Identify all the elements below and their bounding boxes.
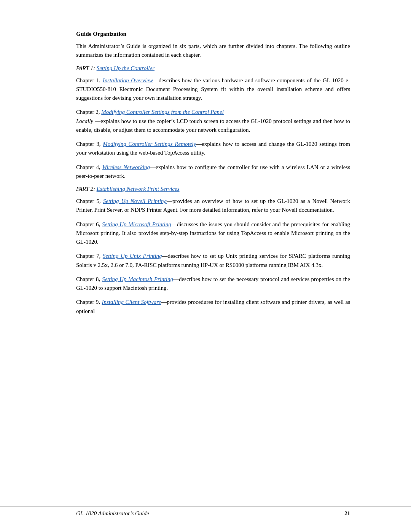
chapter8-paragraph: Chapter 8, Setting Up Macintosh Printing… — [76, 275, 350, 293]
part1-label: PART 1: — [76, 65, 97, 71]
chapter5-paragraph: Chapter 5, Setting Up Novell Printing—pr… — [76, 197, 350, 215]
footer-title: GL-1020 Administrator’s Guide — [76, 510, 149, 517]
part1-heading: PART 1: Setting Up the Controller — [76, 65, 350, 72]
chapter1-prefix: Chapter 1, — [76, 77, 103, 83]
chapter7-link[interactable]: Setting Up Unix Printing — [103, 253, 162, 259]
chapter4-prefix: Chapter 4, — [76, 164, 102, 170]
footer-page-number: 21 — [344, 510, 350, 517]
chapter2-link[interactable]: Modifying Controller Settings from the C… — [101, 109, 224, 115]
chapter3-paragraph: Chapter 3, Modifying Controller Settings… — [76, 140, 350, 158]
chapter8-link[interactable]: Setting Up Macintosh Printing — [102, 276, 173, 282]
part1-link[interactable]: Setting Up the Controller — [97, 65, 155, 71]
chapter1-link[interactable]: Installation Overview — [103, 77, 153, 83]
chapter6-prefix: Chapter 6, — [76, 221, 102, 227]
chapter7-prefix: Chapter 7, — [76, 253, 103, 259]
chapter5-prefix: Chapter 5, — [76, 198, 103, 204]
section-heading: Guide Organization — [76, 30, 350, 37]
chapter5-link[interactable]: Setting Up Novell Printing — [103, 198, 167, 204]
chapter2-text: —explains how to use the copier’s LCD to… — [76, 118, 350, 133]
chapter3-link[interactable]: Modifying Controller Settings Remotely — [103, 141, 196, 147]
chapter2-italic: Locally — [76, 118, 93, 124]
page-footer: GL-1020 Administrator’s Guide 21 — [0, 506, 411, 517]
part2-link[interactable]: Establishing Network Print Services — [97, 186, 180, 192]
chapter9-paragraph: Chapter 9, Installing Client Software—pr… — [76, 298, 350, 316]
page: Guide Organization This Administrator’s … — [0, 0, 411, 532]
chapter6-link[interactable]: Setting Up Microsoft Printing — [102, 221, 171, 227]
chapter4-link[interactable]: Wireless Networking — [102, 164, 150, 170]
part2-label: PART 2: — [76, 186, 97, 192]
chapter4-paragraph: Chapter 4, Wireless Networking—explains … — [76, 163, 350, 181]
chapter8-prefix: Chapter 8, — [76, 276, 102, 282]
chapter3-prefix: Chapter 3, — [76, 141, 103, 147]
chapter1-paragraph: Chapter 1, Installation Overview—describ… — [76, 76, 350, 103]
chapter9-link[interactable]: Installing Client Software — [102, 299, 161, 305]
chapter2-paragraph: Chapter 2, Modifying Controller Settings… — [76, 108, 350, 134]
part2-heading: PART 2: Establishing Network Print Servi… — [76, 186, 350, 192]
chapter6-paragraph: Chapter 6, Setting Up Microsoft Printing… — [76, 220, 350, 247]
chapter2-prefix: Chapter 2, — [76, 109, 101, 115]
chapter7-paragraph: Chapter 7, Setting Up Unix Printing—desc… — [76, 252, 350, 270]
intro-paragraph: This Administrator’s Guide is organized … — [76, 42, 350, 60]
chapter9-prefix: Chapter 9, — [76, 299, 102, 305]
